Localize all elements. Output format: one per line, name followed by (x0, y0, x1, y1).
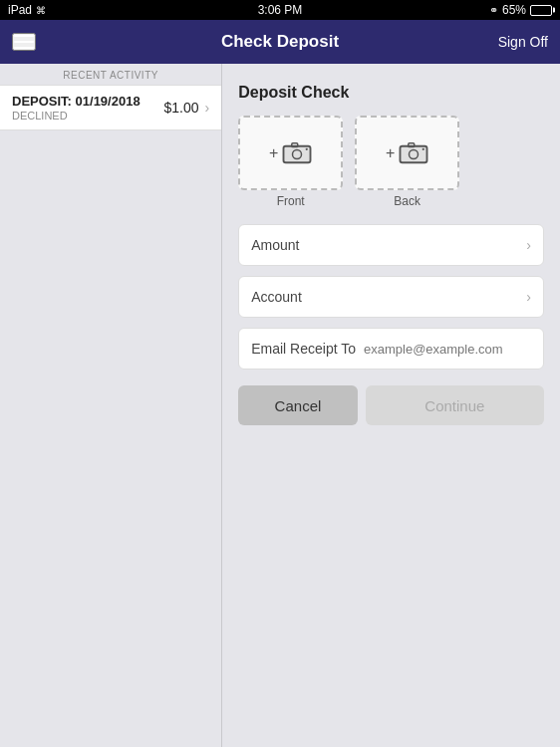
wifi-icon: ⌘ (36, 5, 46, 16)
button-row: Cancel Continue (238, 385, 544, 425)
front-photo-wrap: + Front (238, 116, 343, 208)
right-panel: Deposit Check + Front (222, 64, 560, 747)
back-photo-button[interactable]: + (355, 116, 459, 190)
deposit-amount: $1.00 (163, 100, 198, 116)
battery-pct-label: 65% (502, 3, 526, 17)
email-input[interactable] (364, 342, 531, 357)
front-camera-icon: + (269, 140, 312, 165)
nav-bar: Check Deposit Sign Off (0, 20, 560, 64)
email-receipt-label: Email Receipt To (251, 341, 356, 357)
svg-point-7 (422, 148, 424, 150)
email-field-row: Email Receipt To (238, 328, 544, 370)
plus-icon: + (269, 144, 278, 162)
camera-svg-back (399, 140, 428, 165)
device-label: iPad (8, 3, 32, 17)
deposit-title: DEPOSIT: 01/19/2018 (12, 94, 140, 109)
svg-point-3 (306, 148, 308, 150)
status-bar: iPad ⌘ 3:06 PM ⚭ 65% (0, 0, 560, 20)
deposit-info: DEPOSIT: 01/19/2018 DECLINED (12, 94, 140, 122)
deposit-amount-row: $1.00 › (163, 100, 209, 116)
account-label: Account (251, 289, 302, 305)
hamburger-button[interactable] (12, 33, 36, 51)
amount-label: Amount (251, 237, 299, 253)
amount-field[interactable]: Amount › (238, 224, 544, 266)
deposit-check-title: Deposit Check (238, 84, 544, 102)
front-photo-button[interactable]: + (238, 116, 343, 190)
deposit-chevron-icon: › (205, 100, 210, 116)
left-panel: RECENT ACTIVITY DEPOSIT: 01/19/2018 DECL… (0, 64, 222, 747)
back-camera-icon: + (386, 140, 428, 165)
recent-activity-label: RECENT ACTIVITY (0, 64, 221, 85)
cancel-button[interactable]: Cancel (238, 385, 358, 425)
back-label: Back (394, 194, 420, 208)
back-photo-wrap: + Back (355, 116, 459, 208)
deposit-list-item[interactable]: DEPOSIT: 01/19/2018 DECLINED $1.00 › (0, 85, 221, 130)
battery-icon (530, 5, 552, 16)
svg-rect-6 (409, 143, 415, 147)
front-label: Front (277, 194, 305, 208)
sign-off-button[interactable]: Sign Off (498, 34, 548, 50)
svg-rect-2 (292, 143, 298, 147)
camera-row: + Front + (238, 116, 544, 208)
account-chevron-icon: › (526, 289, 531, 305)
account-field[interactable]: Account › (238, 276, 544, 318)
status-left: iPad ⌘ (8, 3, 46, 17)
main-layout: RECENT ACTIVITY DEPOSIT: 01/19/2018 DECL… (0, 64, 560, 747)
camera-svg-front (282, 140, 312, 165)
amount-chevron-icon: › (526, 237, 531, 253)
status-time: 3:06 PM (258, 3, 303, 17)
page-title: Check Deposit (221, 32, 339, 52)
status-right: ⚭ 65% (489, 3, 552, 17)
deposit-status: DECLINED (12, 110, 140, 122)
continue-button[interactable]: Continue (366, 385, 544, 425)
plus-icon-back: + (386, 144, 395, 162)
bluetooth-icon: ⚭ (489, 4, 498, 17)
